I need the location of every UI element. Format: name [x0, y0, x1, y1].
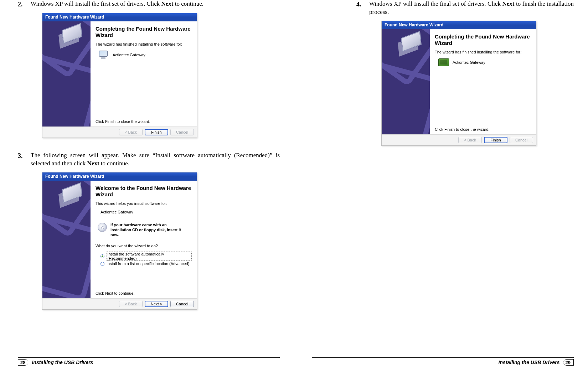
step-2-number: 2. [18, 0, 31, 9]
step-3: 3. The following screen will appear. Mak… [18, 151, 280, 168]
wizard-complete-1: Found New Hardware Wizard Completing the… [42, 13, 197, 138]
wizard-footer-hint: Click Finish to close the wizard. [435, 124, 531, 131]
device-row: Actiontec Gateway [100, 210, 192, 214]
wizard-footer-hint: Click Next to continue. [96, 288, 192, 295]
step-3-text: The following screen will appear. Make s… [31, 151, 280, 168]
cancel-button[interactable]: Cancel [170, 301, 194, 307]
wizard-titlebar: Found New Hardware Wizard [382, 21, 536, 29]
page-footer-right: Installing the USB Drivers 29 [312, 357, 574, 366]
radio-auto[interactable] [100, 254, 104, 258]
page-number: 29 [563, 359, 574, 366]
device-name: Actiontec Gateway [100, 210, 133, 214]
page-number: 28 [18, 359, 28, 366]
radio-specific-label: Install from a list or specific location… [107, 262, 189, 266]
step-4: 4. Windows XP will Install the final set… [356, 0, 574, 16]
wizard-heading: Completing the Found New Hardware Wizard [435, 33, 531, 46]
page-section-title: Installing the USB Drivers [499, 360, 560, 365]
step-4-number: 4. [356, 0, 369, 16]
radio-specific-row[interactable]: Install from a list or specific location… [100, 262, 192, 266]
cd-icon [98, 223, 107, 232]
wizard-sidebar-graphic [42, 181, 91, 298]
manual-page-left: 2. Windows XP will Install the first set… [0, 0, 294, 372]
device-row: Actiontec Gateway [99, 51, 192, 59]
radio-auto-label: Install the software automatically (Reco… [107, 252, 192, 261]
device-name: Actiontec Gateway [113, 53, 145, 57]
wizard-footer-hint: Click Finish to close the wizard. [96, 117, 192, 124]
wizard-subtext: The wizard has finished installing the s… [435, 50, 531, 54]
step-2-text: Windows XP will Install the first set of… [31, 0, 203, 9]
wizard-subtext: This wizard helps you install software f… [96, 201, 192, 206]
chip-icon [438, 58, 449, 66]
finish-button[interactable]: Finish [145, 129, 168, 135]
back-button[interactable]: < Back [119, 129, 143, 135]
radio-specific[interactable] [100, 262, 104, 266]
cancel-button[interactable]: Cancel [510, 137, 533, 143]
wizard-subtext: The wizard has finished installing the s… [96, 42, 192, 46]
wizard-heading: Welcome to the Found New Hardware Wizard [96, 185, 192, 198]
wizard-button-bar: < Back Next > Cancel [42, 298, 197, 309]
manual-page-right: 4. Windows XP will Install the final set… [294, 0, 588, 372]
next-button[interactable]: Next > [145, 301, 168, 307]
cancel-button[interactable]: Cancel [170, 129, 194, 135]
wizard-titlebar: Found New Hardware Wizard [42, 13, 197, 21]
back-button[interactable]: < Back [458, 137, 482, 143]
wizard-complete-2: Found New Hardware Wizard Completing the… [381, 21, 536, 146]
wizard-welcome: Found New Hardware Wizard Welcome to the… [42, 172, 197, 310]
monitor-icon [99, 51, 109, 59]
step-2: 2. Windows XP will Install the first set… [18, 0, 280, 9]
wizard-prompt: What do you want the wizard to do? [96, 244, 192, 248]
wizard-sidebar-graphic [42, 21, 91, 126]
page-footer-left: 28 Installing the USB Drivers [18, 357, 280, 366]
step-4-text: Windows XP will Install the final set of… [369, 0, 574, 16]
radio-group: Install the software automatically (Reco… [100, 251, 192, 267]
wizard-button-bar: < Back Finish Cancel [42, 126, 197, 138]
device-row: Actiontec Gateway [438, 58, 531, 66]
back-button[interactable]: < Back [119, 301, 143, 307]
wizard-heading: Completing the Found New Hardware Wizard [96, 26, 192, 38]
wizard-sidebar-graphic [382, 29, 430, 134]
device-name: Actiontec Gateway [453, 60, 485, 64]
cd-hint-row: If your hardware came with an installati… [98, 223, 192, 237]
finish-button[interactable]: Finish [484, 137, 507, 143]
page-section-title: Installing the USB Drivers [32, 360, 93, 365]
step-3-number: 3. [18, 151, 31, 168]
wizard-titlebar: Found New Hardware Wizard [42, 172, 197, 181]
cd-hint-text: If your hardware came with an installati… [110, 223, 185, 237]
radio-auto-row[interactable]: Install the software automatically (Reco… [100, 252, 192, 261]
wizard-button-bar: < Back Finish Cancel [382, 134, 536, 145]
